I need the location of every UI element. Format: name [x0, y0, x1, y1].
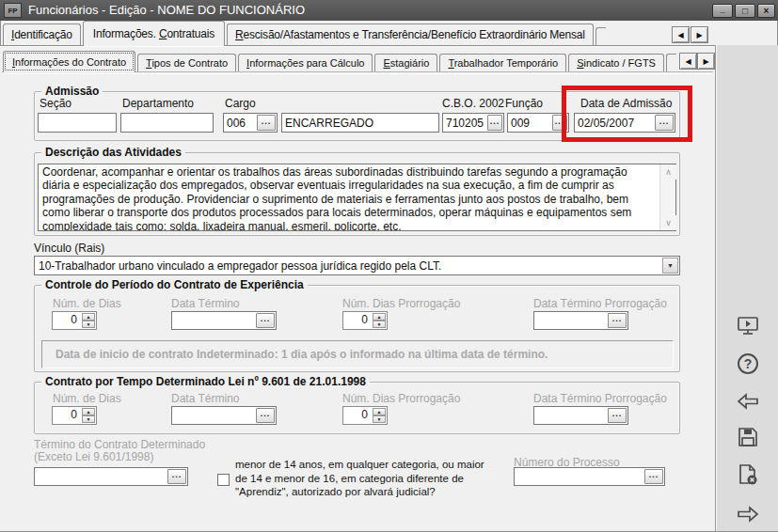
vinculo-rais-label: Vínculo (Rais) [34, 242, 104, 255]
data-admissao-label: Data de Admissão [580, 97, 672, 110]
primary-tab-bar: Identificação Informações. Contratuais R… [3, 21, 606, 45]
cbo-input[interactable] [443, 114, 486, 132]
exp-data-termino-calendar-button[interactable]: ... [256, 313, 275, 328]
funcao-lookup-button[interactable]: ... [552, 115, 567, 131]
tab-informacoes-contratuais[interactable]: Informações. Contratuais [83, 21, 225, 46]
cancel-record-button[interactable] [730, 459, 766, 491]
tab-sindicato-fgts[interactable]: Sindicato / FGTS [568, 54, 664, 71]
vinculo-rais-value: 10-Trabalhador urbano vinculado a empreg… [35, 259, 661, 273]
exp-data-prorrogacao-calendar-button[interactable]: ... [608, 313, 627, 328]
ellipsis-icon: ... [261, 314, 271, 323]
lei-num-prorrogacao-spinner: 0 ▲▼ [342, 406, 388, 425]
numero-processo-input[interactable] [515, 468, 643, 485]
lei-data-prorrogacao-field: ... [533, 406, 628, 425]
cargo-nome-input[interactable] [282, 114, 438, 132]
alvara-judicial-checkbox[interactable] [217, 474, 230, 486]
lei-data-prorrogacao-input[interactable] [534, 407, 607, 424]
numero-processo-lookup-button[interactable]: ... [644, 469, 663, 484]
descricao-atividades-textarea[interactable]: Coordenar, acompanhar e orientar os trab… [38, 164, 676, 231]
lei-num-dias-label: Núm. de Dias [53, 392, 121, 405]
exp-num-prorrogacao-label: Núm. Dias Prorrogação [342, 297, 460, 310]
close-button[interactable]: × [757, 4, 775, 18]
termino-contrato-input[interactable] [35, 468, 167, 485]
scroll-down-button[interactable]: ∨ [660, 215, 676, 230]
next-record-button[interactable] [730, 498, 766, 530]
tab-informacoes-do-contrato[interactable]: Informações do Contrato [3, 51, 135, 72]
cargo-lookup-button[interactable]: ... [257, 115, 276, 131]
textarea-scrollbar[interactable]: ∧ ∨ [659, 164, 675, 230]
departamento-label: Departamento [122, 97, 194, 110]
maximize-button[interactable]: □ [735, 4, 755, 18]
numero-processo-field: ... [514, 467, 665, 486]
minimize-button[interactable]: _ [712, 4, 733, 18]
termino-contrato-label-linha1: Término do Contrato Determinado [34, 438, 205, 451]
spin-up-button[interactable]: ▲ [373, 313, 386, 321]
scroll-up-button[interactable]: ∧ [660, 164, 676, 180]
ellipsis-icon: ... [172, 470, 183, 479]
app-icon: FP [4, 3, 22, 18]
cargo-nome-field [281, 113, 439, 133]
departamento-field [120, 113, 214, 133]
secondary-tabs-scroll-right[interactable]: ▶ [697, 53, 715, 70]
exp-data-termino-input[interactable] [172, 312, 255, 329]
termino-contrato-calendar-button[interactable]: ... [167, 469, 186, 484]
spin-down-icon: ▼ [377, 321, 382, 327]
lei-num-dias-value[interactable]: 0 [53, 407, 81, 424]
funcao-input[interactable] [508, 114, 551, 132]
data-admissao-calendar-button[interactable]: ... [655, 115, 674, 131]
tab-rescisao-afastamentos[interactable]: Rescisão/Afastamentos e Transferência/Be… [227, 23, 594, 45]
data-admissao-field: ... [574, 113, 675, 133]
help-button[interactable]: ? [730, 348, 766, 380]
tab-identificacao[interactable]: Identificação [3, 23, 81, 45]
spin-up-icon: ▲ [377, 409, 382, 415]
lei-data-prorrogacao-calendar-button[interactable]: ... [608, 408, 627, 423]
dropdown-button[interactable]: ▼ [662, 258, 678, 274]
tab-trabalhador-temporario[interactable]: Trabalhador Temporário [439, 54, 566, 71]
funcao-field: ... [507, 113, 569, 133]
lei-data-termino-input[interactable] [172, 407, 255, 424]
secao-label: Seção [40, 97, 71, 110]
previous-record-button[interactable] [730, 385, 766, 417]
ellipsis-icon: ... [262, 117, 272, 126]
tab-partial[interactable] [666, 54, 676, 71]
spin-up-button[interactable]: ▲ [82, 313, 95, 321]
lei-num-prorrogacao-value[interactable]: 0 [343, 407, 372, 424]
exp-num-dias-value[interactable]: 0 [53, 312, 81, 329]
tab-estagiario[interactable]: Estagiário [374, 54, 437, 71]
save-button[interactable] [730, 421, 766, 453]
contrato-indeterminado-note: Data de inicio de contrato Indeterminado… [41, 340, 674, 368]
maximize-icon: □ [742, 6, 748, 16]
vinculo-rais-select[interactable]: 10-Trabalhador urbano vinculado a empreg… [34, 256, 680, 275]
secondary-tabs-scroll-left[interactable]: ◀ [679, 53, 697, 70]
secao-input[interactable] [39, 114, 116, 132]
chevron-left-icon: ◀ [677, 31, 683, 39]
primary-tabs-scroll-right[interactable]: ▶ [691, 26, 708, 43]
preview-button[interactable] [730, 310, 766, 342]
spin-up-button[interactable]: ▲ [373, 408, 386, 415]
spin-up-icon: ▲ [87, 409, 91, 415]
tab-tipos-de-contrato[interactable]: Tipos de Contrato [137, 54, 236, 71]
data-admissao-input[interactable] [575, 114, 654, 132]
save-floppy-icon [736, 425, 760, 449]
spin-down-button[interactable]: ▼ [373, 321, 386, 328]
ellipsis-icon: ... [649, 470, 659, 479]
descricao-atividades-text: Coordenar, acompanhar e orientar os trab… [39, 164, 659, 230]
cbo-lookup-button[interactable]: ... [487, 115, 502, 131]
tab-informacoes-para-calculo[interactable]: Informações para Cálculo [238, 54, 373, 71]
spin-down-button[interactable]: ▼ [82, 415, 95, 423]
titlebar: FP Funcionários - Edição - NOME DO FUNCI… [0, 0, 778, 21]
monitor-play-icon [736, 314, 760, 338]
lei-data-termino-calendar-button[interactable]: ... [256, 408, 275, 423]
spin-down-button[interactable]: ▼ [373, 415, 386, 423]
lei-num-dias-spinner: 0 ▲▼ [52, 406, 97, 425]
cargo-input[interactable] [224, 114, 256, 132]
primary-tabs-scroll-left[interactable]: ◀ [672, 26, 690, 43]
spin-down-button[interactable]: ▼ [82, 321, 95, 328]
departamento-input[interactable] [121, 114, 213, 132]
exp-data-prorrogacao-input[interactable] [534, 312, 607, 329]
spin-up-button[interactable]: ▲ [82, 408, 95, 415]
tab-partial[interactable] [595, 27, 606, 45]
exp-num-dias-label: Núm. de Dias [53, 297, 121, 310]
exp-num-prorrogacao-value[interactable]: 0 [343, 312, 372, 329]
exp-data-termino-field: ... [171, 311, 277, 330]
